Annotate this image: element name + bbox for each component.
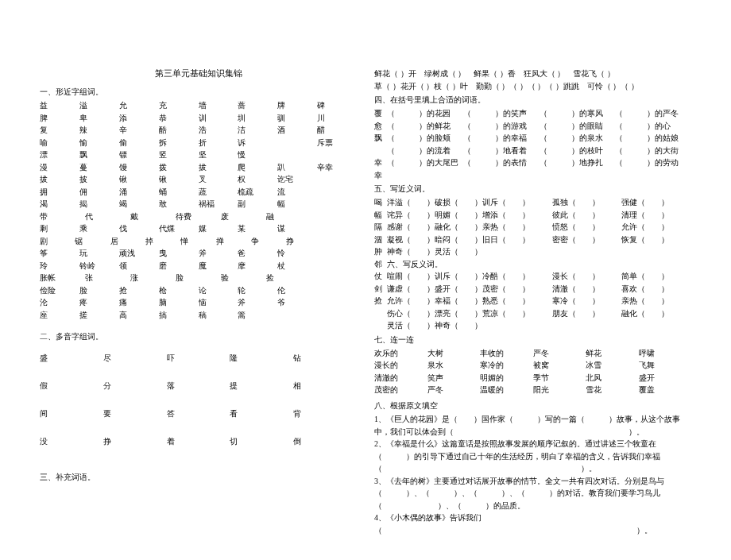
char-cell: 喻	[40, 137, 79, 149]
char-cell: 居	[110, 235, 145, 248]
match-cell: 北风	[586, 372, 639, 384]
char-cell: 浩	[199, 124, 238, 137]
char-cell: 祸福	[199, 198, 238, 210]
char-cell: 争	[251, 235, 286, 248]
match-row: 茂密的严冬温暖的阳光雪花覆盖	[374, 384, 691, 396]
fill-cell: （ ）地看着	[463, 145, 540, 157]
antonym-row: 灵活（ ）神奇（ ）	[374, 319, 691, 332]
char-row: 筝玩顽浅曳斧爸怜	[40, 247, 357, 260]
fill-cell: （ ）的心	[615, 120, 691, 133]
char-cell: 待费	[176, 210, 221, 223]
fill-row: 飘（ ）的脸颊（ ）的幸福（ ）的泉水（ ）的姑娘	[374, 132, 691, 145]
left-column: 第三单元基础知识集锦 一、形近字组词。 益溢允充墙蔷牌碑脾卑添恭训圳驯川复辣辛酷…	[40, 68, 357, 536]
fill-cell: （ ）地挣扎	[540, 156, 616, 181]
char-cell: 痛	[119, 296, 159, 309]
fill-cell: （ ）的鲜花	[387, 120, 463, 133]
char-cell: 川	[317, 112, 357, 125]
char-cell: 圳	[238, 112, 277, 125]
char-cell: 张	[85, 272, 130, 284]
match-cell: 季节	[533, 372, 586, 384]
antonym-cell: 简单（ ）	[621, 270, 691, 283]
char-cell: 乘	[79, 222, 119, 235]
match-cell: 严冬	[427, 384, 481, 396]
antonym-cell: 融化（ ）	[621, 307, 691, 320]
char-cell: 枪	[159, 284, 199, 297]
polyphone-cell: 钻	[293, 344, 357, 372]
antonym-cell: 喜欢（ ）	[621, 283, 691, 295]
synonym-cell: 旧日（ ）	[482, 234, 552, 246]
polyphone-cell: 落	[167, 372, 230, 400]
lead-char: 隔	[374, 221, 387, 234]
match-cell: 阳光	[533, 384, 586, 396]
char-cell: 酒	[277, 124, 317, 137]
char-row: 渴揭竭敢祸福副幅	[40, 198, 357, 210]
char-cell	[317, 222, 357, 235]
lead-char	[374, 145, 387, 157]
antonym-cell	[482, 319, 552, 332]
char-row: 带代戴待费废融	[40, 210, 357, 223]
char-cell: 馒	[119, 161, 159, 174]
fill-cell: （ ）的脸颊	[387, 132, 463, 145]
char-cell: 掸	[216, 235, 251, 248]
char-cell: 魔	[199, 260, 238, 272]
char-cell: 论	[199, 284, 238, 297]
section-3-head: 三、补充词语。	[40, 472, 357, 483]
char-cell: 代煤	[159, 222, 199, 235]
char-row: 喻愉偷拆折诉斥票	[40, 137, 357, 149]
char-cell: 脑	[159, 296, 199, 309]
synonym-cell: 训斥（ ）	[482, 196, 552, 209]
lead-char	[374, 319, 387, 332]
char-cell: 牌	[277, 99, 317, 112]
char-row: 剧锯居掉惮掸争挣	[40, 235, 357, 248]
fill-cell: （ ）的眼睛	[540, 120, 616, 133]
char-cell	[317, 173, 357, 186]
char-cell: 代	[85, 210, 130, 223]
char-cell: 辛	[119, 124, 159, 137]
antonym-cell: 谦虚（ ）盛开（ ）	[387, 283, 482, 295]
char-cell: 斧	[199, 247, 238, 260]
lead-char: 覆	[374, 107, 387, 120]
char-cell: 捡	[266, 272, 311, 284]
char-cell: 杖	[277, 260, 317, 272]
char-cell	[311, 272, 357, 284]
char-cell: 座	[40, 309, 79, 322]
char-row: 拔披锹锹叉权讫宅	[40, 173, 357, 186]
antonym-cell: 亲热（ ）	[621, 295, 691, 307]
right-column: 鲜花（ ）开 绿树成（ ） 鲜果（ ）香 狂风大（ ） 雪花飞（ ） 草（ ）花…	[374, 68, 691, 536]
char-cell: 媒	[199, 222, 238, 235]
polyphone-grid: 盛尽吓隆钻假分落提相间要答看背没挣着切倒	[40, 344, 357, 455]
match-cell: 清澈的	[374, 372, 427, 384]
match-cell: 温暖的	[480, 384, 533, 396]
char-cell: 惮	[180, 235, 215, 248]
char-cell: 充	[159, 99, 199, 112]
antonym-row: 抢允许（ ）幸福（ ）熟悉（ ）寒冷（ ）亲热（ ）	[374, 295, 691, 307]
char-cell: 醋	[317, 124, 357, 137]
fill-cell: （ ）的幸福	[463, 132, 540, 145]
char-cell: 沦	[40, 296, 79, 309]
lead-char: 剑	[374, 283, 387, 295]
lead-char: 喝	[374, 196, 387, 209]
antonym-cell: 喧闹（ ）训斥（ ）	[387, 270, 482, 283]
polyphone-cell: 背	[293, 400, 357, 427]
char-row: 拥佣涌蛹蔬梳疏流	[40, 186, 357, 199]
char-cell: 折	[199, 137, 238, 149]
char-cell: 顽浅	[119, 247, 159, 260]
synonym-cell: 诧异（ ）明媚（ ）	[387, 209, 482, 222]
char-cell: 复	[40, 124, 79, 137]
polyphone-cell: 答	[167, 400, 230, 427]
char-row: 俭险脸抢枪论轮伦	[40, 284, 357, 297]
antonym-cell	[552, 319, 622, 332]
match-cell: 被窝	[533, 359, 586, 372]
char-cell: 脸	[176, 272, 221, 284]
char-grid: 益溢允充墙蔷牌碑脾卑添恭训圳驯川复辣辛酷浩洁酒醋喻愉偷拆折诉斥票漂飘镖竖坚慢漫蔓…	[40, 99, 357, 321]
synonym-cell: 凝视（ ）暗闷（ ）	[387, 234, 482, 246]
section-4-head: 四、在括号里填上合适的词语。	[374, 95, 691, 106]
char-cell: 偷	[119, 137, 159, 149]
char-cell: 流	[277, 186, 317, 199]
char-cell: 飘	[79, 149, 119, 161]
char-cell: 曳	[159, 247, 199, 260]
char-cell: 筝	[40, 247, 79, 260]
s3-line-1: 鲜花（ ）开 绿树成（ ） 鲜果（ ）香 狂风大（ ） 雪花飞（ ）	[374, 68, 691, 80]
polyphone-cell: 提	[230, 372, 293, 400]
match-cell: 鲜花	[586, 347, 639, 360]
